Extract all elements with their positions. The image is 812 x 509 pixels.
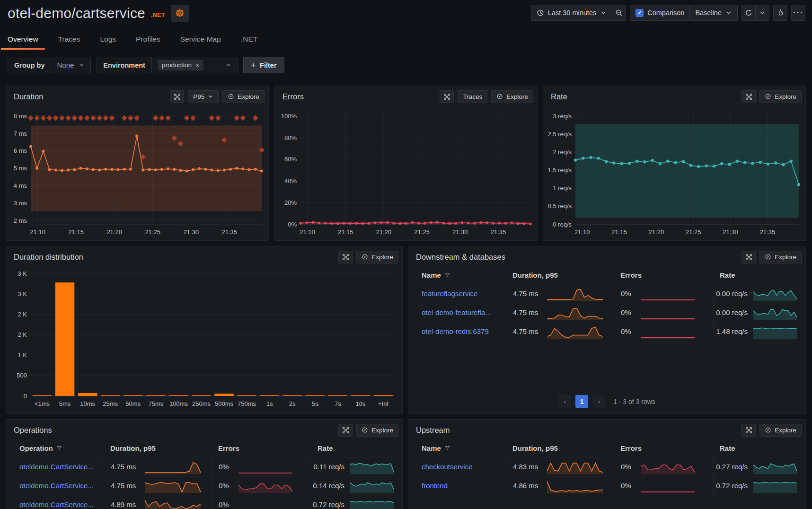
rate-chart[interactable]: 21:1021:1521:2021:2521:3021:350 req/s0.5…	[546, 105, 803, 238]
expand-panel-button[interactable]	[338, 251, 353, 263]
column-header-name[interactable]: Name	[415, 266, 506, 284]
errors-value: 0%	[621, 308, 635, 316]
svg-text:21:30: 21:30	[452, 228, 468, 236]
column-header-duration[interactable]: Duration, p95	[506, 439, 614, 457]
expand-panel-button[interactable]	[338, 424, 353, 437]
plus-icon: +	[251, 61, 256, 70]
column-header-rate[interactable]: Rate	[311, 439, 396, 457]
comparison-toggle[interactable]: ✓ Comparison	[630, 5, 690, 21]
column-header-name[interactable]: Name	[415, 439, 506, 457]
column-header-rate[interactable]: Rate	[713, 266, 799, 284]
operation-link[interactable]: oteldemo.CartService...	[19, 482, 94, 490]
duration-sparkline	[546, 324, 604, 340]
tab-overview[interactable]: Overview	[1, 32, 45, 50]
svg-text:10ms: 10ms	[80, 400, 95, 407]
errors-chart[interactable]: 21:1021:1521:2021:2521:3021:350%20%40%60…	[278, 105, 535, 238]
explore-button[interactable]: Explore	[222, 90, 265, 103]
column-header-duration[interactable]: Duration, p95	[104, 439, 212, 457]
explore-button[interactable]: Explore	[759, 251, 802, 263]
explore-button[interactable]: Explore	[759, 90, 802, 103]
expand-panel-button[interactable]	[741, 251, 756, 263]
add-filter-button[interactable]: + Filter	[243, 57, 284, 73]
filter-funnel-icon[interactable]	[444, 272, 450, 278]
svg-text:21:30: 21:30	[183, 228, 199, 236]
tab-profiles[interactable]: Profiles	[129, 32, 167, 50]
operation-link[interactable]: oteldemo.CartService...	[19, 463, 94, 471]
duration-value: 4.89 ms	[111, 500, 139, 509]
duration-value: 4.75 ms	[111, 463, 139, 471]
service-link[interactable]: featureflagservice	[422, 290, 477, 298]
table-row: otel-demo-redis:6379 4.75 ms 0% 1.48 req…	[415, 322, 799, 341]
explore-button[interactable]: Explore	[356, 251, 398, 263]
column-header-operation[interactable]: Operation	[13, 439, 104, 457]
errors-sparkline	[640, 305, 696, 321]
kubernetes-icon[interactable]: ☸	[171, 5, 189, 22]
column-header-rate[interactable]: Rate	[713, 439, 799, 457]
table-header-row: Name Duration, p95 Errors Rate	[415, 439, 799, 457]
table-row: otel-demo-featurefla... 4.75 ms 0% 0.00 …	[415, 303, 799, 322]
tab-logs[interactable]: Logs	[93, 32, 123, 50]
flame-graph-button[interactable]	[773, 5, 787, 21]
refresh-button[interactable]	[741, 5, 756, 21]
tab-traces[interactable]: Traces	[52, 32, 87, 50]
column-header-errors[interactable]: Errors	[614, 266, 713, 284]
comparison-checkbox[interactable]: ✓	[635, 9, 644, 17]
zoom-out-button[interactable]	[612, 5, 626, 21]
duration-distribution-panel: Duration distribution Explore 05001 K2 K…	[6, 246, 403, 414]
table-header-row: Operation Duration, p95 Errors Rate	[13, 439, 396, 457]
svg-text:500: 500	[17, 372, 27, 379]
operation-link[interactable]: oteldemo.CartService...	[19, 500, 94, 509]
svg-text:2 req/s: 2 req/s	[553, 149, 572, 156]
filter-funnel-icon[interactable]	[56, 445, 62, 451]
duration-chart[interactable]: 21:1021:1521:2021:2521:3021:352 ms3 ms4 …	[9, 105, 266, 238]
expand-panel-button[interactable]	[440, 90, 454, 103]
duration-value: 4.75 ms	[111, 482, 139, 490]
errors-sparkline	[238, 497, 293, 509]
page-number-button[interactable]: 1	[575, 395, 588, 408]
filter-bar: Group by None Environment production ×	[0, 50, 812, 80]
tab-service-map[interactable]: Service Map	[174, 32, 228, 50]
percentile-dropdown[interactable]: P95	[188, 90, 219, 103]
compass-icon	[362, 427, 368, 433]
svg-text:21:25: 21:25	[414, 228, 430, 236]
refresh-interval-dropdown[interactable]	[755, 5, 769, 21]
time-range-picker[interactable]: Last 30 minutes	[531, 5, 612, 21]
expand-panel-button[interactable]	[741, 90, 756, 103]
tab-dotnet[interactable]: .NET	[234, 32, 264, 50]
expand-panel-button[interactable]	[741, 424, 756, 437]
column-header-errors[interactable]: Errors	[614, 439, 713, 457]
svg-text:1 K: 1 K	[18, 351, 27, 359]
svg-text:21:35: 21:35	[221, 228, 237, 236]
baseline-dropdown[interactable]: Baseline	[689, 5, 738, 21]
refresh-icon	[745, 9, 752, 17]
svg-text:2s: 2s	[289, 400, 296, 407]
service-link[interactable]: frontend	[422, 482, 448, 490]
remove-filter-icon[interactable]: ×	[195, 61, 199, 69]
svg-text:21:25: 21:25	[145, 228, 160, 236]
operations-panel: Operations Explore Operation	[6, 419, 403, 509]
environment-select[interactable]: production ×	[152, 57, 237, 73]
rate-sparkline	[752, 478, 798, 494]
explore-button[interactable]: Explore	[356, 424, 398, 437]
flame-icon	[777, 9, 784, 17]
column-header-errors[interactable]: Errors	[212, 439, 311, 457]
svg-text:80%: 80%	[284, 134, 297, 141]
traces-button[interactable]: Traces	[458, 90, 487, 103]
service-link[interactable]: otel-demo-redis:6379	[422, 327, 489, 335]
expand-panel-button[interactable]	[170, 90, 184, 103]
svg-text:1s: 1s	[266, 400, 273, 407]
filter-funnel-icon[interactable]	[444, 445, 450, 451]
rate-value: 0.11 req/s	[313, 463, 344, 471]
service-link[interactable]: checkoutservice	[422, 463, 473, 471]
more-options-button[interactable]: ···	[791, 5, 805, 21]
next-page-button[interactable]: ›	[592, 395, 605, 408]
column-header-duration[interactable]: Duration, p95	[506, 266, 614, 284]
service-link[interactable]: otel-demo-featurefla...	[422, 308, 491, 316]
explore-button[interactable]: Explore	[491, 90, 533, 103]
prev-page-button[interactable]: ‹	[558, 395, 571, 408]
duration-distribution-chart[interactable]: 05001 K2 K2 K3 K3 K<1ms5ms10ms25ms50ms75…	[9, 265, 400, 410]
group-by-select[interactable]: None	[51, 57, 90, 73]
svg-text:2.5 req/s: 2.5 req/s	[547, 131, 572, 138]
duration-value: 4.75 ms	[513, 290, 541, 298]
explore-button[interactable]: Explore	[759, 424, 802, 437]
